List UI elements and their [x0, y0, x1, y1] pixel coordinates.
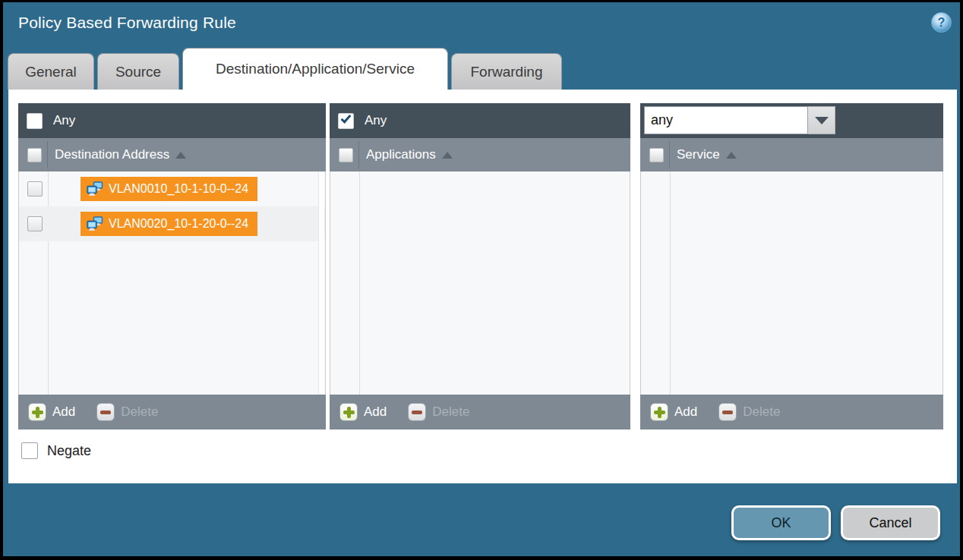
delete-button[interactable] — [718, 403, 737, 421]
add-button[interactable] — [28, 403, 46, 421]
service-dropdown-button[interactable] — [808, 106, 835, 134]
delete-label[interactable]: Delete — [432, 404, 469, 420]
add-label[interactable]: Add — [364, 404, 387, 420]
destination-list: VLAN0010_10-1-10-0--24 VLAN0020_10-1 — [18, 171, 326, 395]
service-dropdown-bar — [640, 103, 943, 138]
tab-label: General — [25, 64, 77, 80]
service-dropdown-input[interactable] — [644, 106, 808, 134]
row-checkbox[interactable] — [27, 216, 43, 231]
delete-button[interactable] — [96, 403, 115, 421]
add-label[interactable]: Add — [674, 404, 697, 420]
service-column: Service Add Delete — [640, 103, 943, 429]
address-object-chip[interactable]: VLAN0010_10-1-10-0--24 — [81, 177, 257, 201]
destination-address-column: Any Destination Address — [18, 103, 326, 429]
add-button[interactable] — [339, 403, 358, 421]
destination-footer: Add Delete — [18, 395, 326, 429]
applications-any-checkbox[interactable] — [338, 113, 354, 129]
network-address-icon — [87, 181, 103, 197]
applications-any-bar: Any — [330, 103, 630, 138]
service-select-all-checkbox[interactable] — [649, 148, 664, 162]
add-button[interactable] — [650, 403, 668, 421]
any-label: Any — [53, 113, 75, 128]
sort-ascending-icon — [726, 152, 737, 159]
tab-forwarding[interactable]: Forwarding — [451, 53, 562, 90]
destination-header-label: Destination Address — [55, 147, 169, 162]
applications-column-header[interactable]: Applications — [330, 138, 630, 171]
delete-label[interactable]: Delete — [743, 404, 780, 420]
delete-button[interactable] — [408, 403, 426, 421]
applications-header-label: Applications — [366, 147, 436, 162]
address-object-name: VLAN0020_10-1-20-0--24 — [109, 217, 248, 231]
tab-source[interactable]: Source — [97, 53, 179, 90]
header-divider — [47, 141, 48, 168]
service-header-label: Service — [677, 147, 720, 162]
checkmark-icon — [341, 112, 352, 123]
negate-row: Negate — [21, 442, 91, 459]
help-icon[interactable]: ? — [931, 12, 952, 33]
sort-ascending-icon — [175, 152, 186, 159]
applications-select-all-checkbox[interactable] — [339, 148, 353, 162]
tab-label: Source — [115, 64, 161, 80]
table-row: VLAN0020_10-1-20-0--24 — [19, 206, 325, 241]
address-object-chip[interactable]: VLAN0020_10-1-20-0--24 — [81, 212, 257, 236]
tab-destination-application-service[interactable]: Destination/Application/Service — [182, 48, 448, 90]
tab-label: Forwarding — [470, 64, 542, 80]
header-divider — [358, 141, 359, 168]
cancel-button[interactable]: Cancel — [841, 505, 940, 540]
delete-label[interactable]: Delete — [121, 404, 158, 420]
header-divider — [669, 141, 670, 168]
service-footer: Add Delete — [640, 395, 943, 429]
negate-checkbox[interactable] — [21, 442, 38, 459]
applications-column: Any Applications Add Delete — [330, 103, 630, 429]
network-address-icon — [87, 216, 103, 232]
applications-list — [330, 171, 630, 395]
dialog-title: Policy Based Forwarding Rule — [18, 14, 236, 32]
negate-label: Negate — [47, 443, 91, 459]
ok-button[interactable]: OK — [731, 505, 831, 540]
sort-ascending-icon — [442, 152, 453, 159]
chevron-down-icon — [815, 117, 829, 124]
scrollbar-track[interactable] — [318, 171, 324, 395]
destination-any-checkbox[interactable] — [27, 113, 43, 129]
policy-based-forwarding-dialog: Policy Based Forwarding Rule ? General S… — [3, 2, 960, 556]
any-label: Any — [365, 113, 387, 128]
add-label[interactable]: Add — [52, 404, 75, 420]
tab-label: Destination/Application/Service — [216, 61, 415, 77]
destination-any-bar: Any — [18, 103, 326, 138]
screenshot-frame: Policy Based Forwarding Rule ? General S… — [0, 0, 963, 560]
destination-select-all-checkbox[interactable] — [27, 148, 42, 162]
address-object-name: VLAN0010_10-1-10-0--24 — [109, 182, 248, 196]
service-list — [640, 171, 943, 395]
question-mark-glyph: ? — [938, 17, 946, 29]
destination-column-header[interactable]: Destination Address — [18, 138, 326, 171]
table-row: VLAN0010_10-1-10-0--24 — [19, 171, 325, 206]
row-checkbox[interactable] — [27, 181, 43, 197]
tab-general[interactable]: General — [8, 53, 94, 90]
applications-footer: Add Delete — [330, 395, 630, 429]
service-column-header[interactable]: Service — [640, 138, 943, 171]
